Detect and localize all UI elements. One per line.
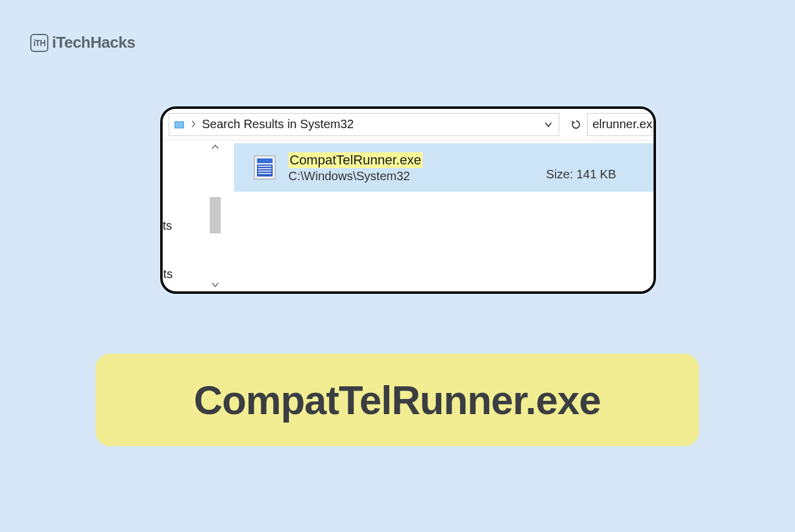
results-pane: CompatTelRunner.exe C:\Windows\System32 … [222, 140, 654, 291]
search-folder-icon [174, 120, 185, 129]
site-logo: iTH iTechHacks [30, 33, 135, 52]
svg-rect-5 [258, 166, 271, 167]
scroll-track[interactable] [209, 154, 222, 278]
result-details: CompatTelRunner.exe C:\Windows\System32 [288, 152, 423, 183]
exe-file-icon [252, 155, 277, 180]
address-bar[interactable]: Search Results in System32 [169, 113, 559, 136]
breadcrumb-chevron-icon [191, 120, 196, 129]
caption-text: CompatTelRunner.exe [194, 377, 601, 423]
svg-rect-1 [175, 122, 183, 128]
explorer-body: cts nts [163, 140, 654, 291]
result-path: C:\Windows\System32 [288, 169, 423, 183]
caption-banner: CompatTelRunner.exe [96, 354, 699, 446]
svg-rect-7 [258, 170, 271, 172]
nav-item-fragment[interactable]: nts [163, 267, 173, 281]
result-filename: CompatTelRunner.exe [288, 152, 423, 168]
logo-text: iTechHacks [52, 33, 135, 52]
explorer-toolbar: Search Results in System32 elrunner.ex [163, 109, 654, 140]
size-value: 141 KB [576, 167, 616, 181]
history-dropdown-button[interactable] [543, 119, 554, 130]
explorer-window: Search Results in System32 elrunner.ex c… [160, 106, 656, 294]
breadcrumb-text[interactable]: Search Results in System32 [202, 117, 354, 131]
logo-badge-icon: iTH [30, 34, 48, 52]
logo-badge-text: iTH [33, 38, 45, 48]
search-result-item[interactable]: CompatTelRunner.exe C:\Windows\System32 … [234, 143, 654, 192]
nav-item-fragment[interactable]: cts [163, 219, 172, 233]
scroll-thumb[interactable] [210, 197, 221, 233]
scroll-up-icon[interactable] [209, 140, 222, 154]
svg-rect-8 [258, 173, 271, 174]
scroll-down-icon[interactable] [209, 278, 222, 291]
result-size: Size: 141 KB [546, 167, 616, 181]
svg-rect-3 [257, 158, 273, 163]
search-value: elrunner.ex [592, 117, 652, 131]
svg-rect-6 [258, 168, 271, 169]
refresh-button[interactable] [565, 115, 587, 134]
size-label: Size: [546, 167, 573, 181]
search-input[interactable]: elrunner.ex [587, 113, 652, 136]
navigation-pane[interactable]: cts nts [163, 140, 222, 291]
nav-scrollbar[interactable] [209, 140, 222, 291]
